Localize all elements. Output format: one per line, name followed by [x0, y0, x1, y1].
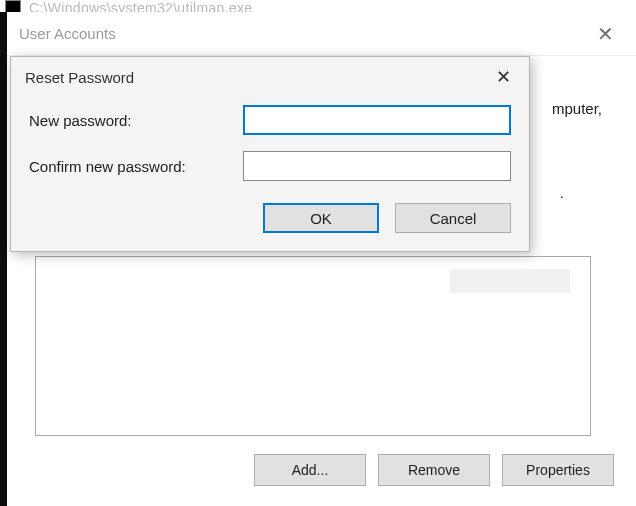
- confirm-password-label: Confirm new password:: [29, 158, 229, 175]
- user-accounts-title: User Accounts: [19, 25, 116, 42]
- reset-password-button-row: OK Cancel: [29, 197, 511, 233]
- new-password-input[interactable]: [243, 105, 511, 135]
- ok-button[interactable]: OK: [263, 203, 379, 233]
- new-password-row: New password:: [29, 105, 511, 135]
- cmd-window-leftedge: [0, 12, 7, 506]
- properties-button[interactable]: Properties: [502, 454, 614, 486]
- confirm-password-input[interactable]: [243, 151, 511, 181]
- remove-button-label: Remove: [408, 462, 460, 478]
- confirm-password-row: Confirm new password:: [29, 151, 511, 181]
- add-button-label: Add...: [292, 462, 329, 478]
- obscured-text-fragment-dot: .: [560, 184, 564, 201]
- reset-password-dialog: Reset Password ✕ New password: Confirm n…: [10, 56, 530, 252]
- reset-password-body: New password: Confirm new password: OK C…: [11, 97, 529, 251]
- add-button[interactable]: Add...: [254, 454, 366, 486]
- cancel-button[interactable]: Cancel: [395, 203, 511, 233]
- user-accounts-close-button[interactable]: ✕: [587, 20, 624, 48]
- reset-password-titlebar: Reset Password ✕: [11, 57, 529, 97]
- user-accounts-titlebar: User Accounts ✕: [7, 12, 636, 56]
- new-password-label: New password:: [29, 112, 229, 129]
- properties-button-label: Properties: [526, 462, 590, 478]
- listbox-selection-ghost: [450, 269, 570, 293]
- user-accounts-button-row: Add... Remove Properties: [254, 454, 614, 486]
- reset-password-title: Reset Password: [25, 69, 134, 86]
- users-listbox[interactable]: [35, 256, 591, 436]
- obscured-text-fragment: mputer,: [552, 100, 602, 117]
- reset-password-close-button[interactable]: ✕: [488, 64, 519, 90]
- remove-button[interactable]: Remove: [378, 454, 490, 486]
